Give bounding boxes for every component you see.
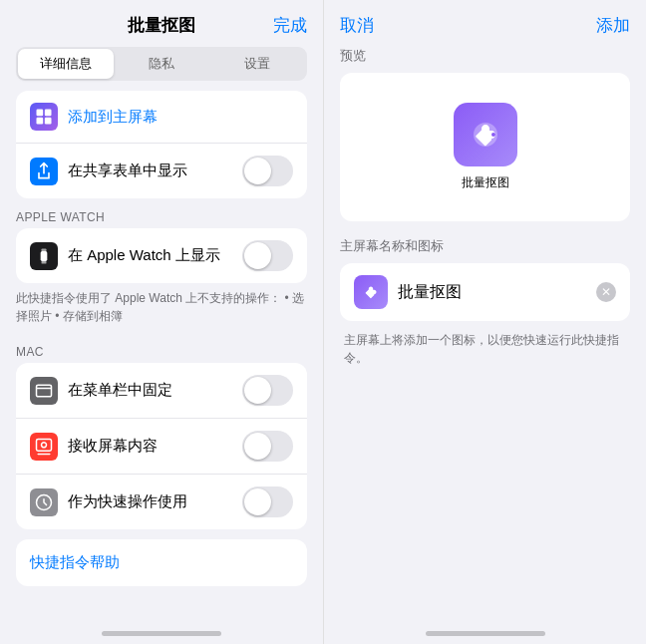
name-card: 批量抠图 ✕	[340, 263, 630, 321]
preview-card: 批量抠图	[340, 73, 630, 221]
main-section: 添加到主屏幕 在共享表单中显示	[0, 91, 323, 198]
left-header: 批量抠图 完成	[0, 0, 323, 47]
svg-point-9	[42, 442, 47, 447]
share-list-label: 在共享表单中显示	[68, 161, 242, 180]
mac-receive-row[interactable]: 接收屏幕内容	[16, 419, 307, 475]
left-content: 添加到主屏幕 在共享表单中显示 APPLE WATCH	[0, 91, 323, 610]
apple-watch-card: 在 Apple Watch 上显示	[16, 228, 307, 283]
name-section-label: 主屏幕名称和图标	[340, 237, 630, 255]
add-button[interactable]: 添加	[596, 14, 630, 37]
help-section: 快捷指令帮助	[16, 539, 307, 586]
watch-show-label: 在 Apple Watch 上显示	[68, 246, 242, 265]
mac-quick-row[interactable]: 作为快速操作使用	[16, 475, 307, 529]
svg-rect-0	[37, 110, 44, 117]
app-icon-preview	[454, 103, 517, 166]
mac-menu-toggle[interactable]	[242, 375, 293, 406]
app-preview-name: 批量抠图	[462, 174, 509, 191]
svg-rect-6	[42, 261, 47, 264]
left-home-indicator	[102, 631, 221, 636]
mac-quick-toggle[interactable]	[242, 486, 293, 517]
mac-card: 在菜单栏中固定 接收屏幕内容	[16, 363, 307, 529]
svg-rect-7	[37, 385, 52, 397]
watch-show-toggle[interactable]	[242, 240, 293, 271]
mac-quick-icon	[30, 488, 58, 516]
right-home-indicator	[426, 631, 545, 636]
tab-details[interactable]: 详细信息	[18, 49, 114, 79]
left-bottom-bar	[0, 610, 323, 644]
preview-label: 预览	[340, 47, 630, 65]
mac-menu-icon	[30, 377, 58, 405]
add-home-icon	[30, 103, 58, 131]
watch-show-row[interactable]: 在 Apple Watch 上显示	[16, 228, 307, 283]
add-home-label: 添加到主屏幕	[68, 108, 293, 127]
svg-rect-3	[45, 118, 52, 125]
left-title: 批量抠图	[128, 14, 195, 37]
right-content: 预览 批量抠图 主屏幕名称和图标 批量抠图 ✕ 主屏幕上将添加一个图标，以便您快…	[324, 47, 646, 610]
done-button[interactable]: 完成	[273, 14, 307, 37]
apple-watch-section: APPLE WATCH 在 Apple Watch 上显示 此快捷指令使用了	[0, 204, 323, 333]
mac-menu-label: 在菜单栏中固定	[68, 381, 242, 400]
app-name-text[interactable]: 批量抠图	[398, 282, 596, 303]
svg-rect-4	[41, 251, 48, 261]
right-panel: 取消 添加 预览 批量抠图 主屏幕名称和图标 批量抠图 ✕	[323, 0, 646, 644]
left-panel: 批量抠图 完成 详细信息 隐私 设置	[0, 0, 323, 644]
name-app-icon	[354, 275, 388, 309]
right-bottom-bar	[324, 610, 646, 644]
tab-privacy[interactable]: 隐私	[114, 49, 209, 79]
hint-text: 主屏幕上将添加一个图标，以便您快速运行此快捷指令。	[340, 331, 630, 367]
apple-watch-note: 此快捷指令使用了 Apple Watch 上不支持的操作： • 选择照片 • 存…	[0, 283, 323, 333]
svg-point-10	[491, 133, 495, 137]
mac-quick-label: 作为快速操作使用	[68, 492, 242, 511]
share-list-toggle[interactable]	[242, 156, 293, 186]
mac-receive-toggle[interactable]	[242, 431, 293, 462]
mac-section: MAC 在菜单栏中固定	[0, 339, 323, 529]
mac-label: MAC	[0, 339, 323, 363]
right-header: 取消 添加	[324, 0, 646, 47]
svg-rect-2	[37, 118, 44, 125]
share-icon	[30, 158, 58, 185]
mac-receive-icon	[30, 433, 58, 461]
mac-receive-label: 接收屏幕内容	[68, 437, 242, 456]
apple-watch-label: APPLE WATCH	[0, 204, 323, 228]
help-label[interactable]: 快捷指令帮助	[30, 553, 120, 570]
svg-rect-5	[42, 248, 47, 251]
svg-rect-8	[37, 439, 52, 451]
share-list-row[interactable]: 在共享表单中显示	[16, 144, 307, 198]
help-card[interactable]: 快捷指令帮助	[16, 539, 307, 586]
svg-rect-1	[45, 110, 52, 117]
watch-icon	[30, 242, 58, 270]
mac-menu-row[interactable]: 在菜单栏中固定	[16, 363, 307, 419]
cancel-button[interactable]: 取消	[340, 14, 374, 37]
tab-settings[interactable]: 设置	[209, 49, 305, 79]
main-card: 添加到主屏幕 在共享表单中显示	[16, 91, 307, 198]
add-home-row[interactable]: 添加到主屏幕	[16, 91, 307, 144]
name-clear-button[interactable]: ✕	[596, 282, 616, 302]
tabs-bar: 详细信息 隐私 设置	[16, 47, 307, 81]
